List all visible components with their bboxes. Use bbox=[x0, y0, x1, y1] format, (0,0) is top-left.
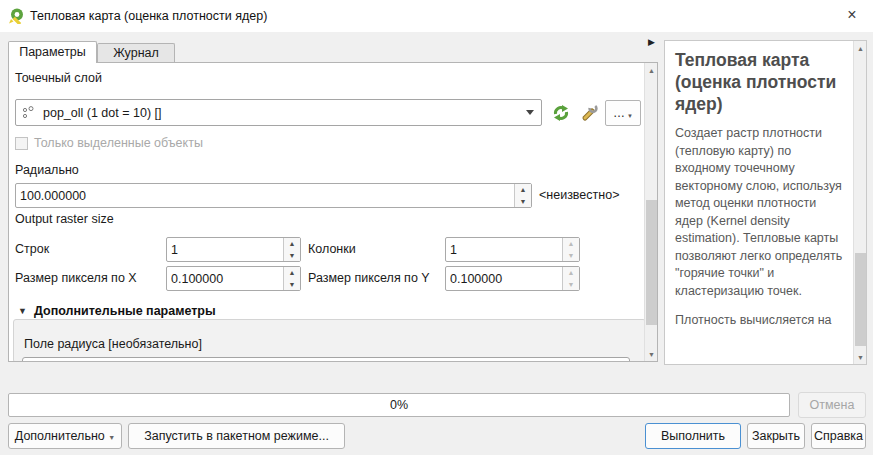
radius-field-select[interactable] bbox=[22, 357, 630, 362]
advanced-menu-button[interactable]: Дополнительно ▼ bbox=[8, 423, 122, 449]
dropdown-arrow-icon bbox=[526, 110, 534, 115]
more-options-button[interactable]: … ▼ bbox=[605, 100, 641, 126]
advanced-parameters-header[interactable]: Дополнительные параметры bbox=[34, 304, 216, 318]
help-scrollbar: ▲ ▼ bbox=[853, 41, 866, 364]
radius-field-label: Поле радиуса [необязательно] bbox=[24, 337, 202, 351]
iterate-layer-button[interactable] bbox=[549, 101, 573, 125]
parameters-scrollbar: ▲ ▼ bbox=[644, 63, 657, 361]
close-window-button[interactable]: × bbox=[839, 0, 865, 30]
layer-settings-button[interactable] bbox=[577, 101, 601, 125]
window-title: Тепловая карта (оценка плотности ядер) bbox=[30, 0, 267, 32]
scroll-up-icon[interactable]: ▲ bbox=[645, 63, 658, 77]
columns-label: Колонки bbox=[308, 242, 356, 256]
advanced-menu-label: Дополнительно bbox=[15, 429, 105, 443]
point-layer-icon bbox=[21, 106, 37, 120]
tab-log[interactable]: Журнал bbox=[97, 43, 175, 62]
wrench-icon bbox=[579, 103, 599, 123]
spin-up-icon[interactable]: ▲ bbox=[284, 267, 300, 279]
progress-bar: 0% bbox=[8, 393, 790, 417]
columns-spinbox: ▲ ▼ bbox=[445, 237, 580, 262]
spin-down-icon[interactable]: ▼ bbox=[284, 279, 300, 291]
scroll-up-icon[interactable]: ▲ bbox=[854, 41, 867, 55]
scrollbar-thumb[interactable] bbox=[855, 253, 866, 346]
spin-up-icon[interactable]: ▲ bbox=[563, 238, 579, 250]
selected-only-label: Только выделенные объекты bbox=[34, 136, 203, 150]
run-button[interactable]: Выполнить bbox=[645, 423, 741, 449]
rows-input[interactable] bbox=[167, 238, 283, 261]
progress-label: 0% bbox=[390, 398, 408, 412]
run-batch-button[interactable]: Запустить в пакетном режиме... bbox=[128, 423, 345, 449]
spin-up-icon[interactable]: ▲ bbox=[284, 238, 300, 250]
qgis-logo-icon bbox=[8, 8, 24, 24]
collapse-triangle-icon[interactable]: ▼ bbox=[18, 306, 27, 316]
spin-down-icon[interactable]: ▼ bbox=[284, 250, 300, 262]
title-bar: Тепловая карта (оценка плотности ядер) × bbox=[0, 0, 873, 32]
scroll-down-icon[interactable]: ▼ bbox=[645, 347, 658, 361]
cancel-button[interactable]: Отмена bbox=[798, 392, 866, 418]
chevron-down-icon: ▼ bbox=[627, 113, 633, 119]
help-content: Тепловая карта (оценка плотности ядер) С… bbox=[675, 49, 847, 342]
output-raster-size-label: Output raster size bbox=[15, 212, 114, 226]
help-title: Тепловая карта (оценка плотности ядер) bbox=[675, 49, 847, 115]
help-panel: Тепловая карта (оценка плотности ядер) С… bbox=[664, 40, 867, 365]
radius-spinbox: ▲ ▼ bbox=[15, 183, 532, 208]
spin-down-icon[interactable]: ▼ bbox=[515, 196, 531, 208]
close-button[interactable]: Закрыть bbox=[747, 423, 805, 449]
point-layer-value: pop_oll (1 dot = 10) [] bbox=[37, 106, 526, 120]
pixel-y-input[interactable] bbox=[446, 267, 562, 290]
pixel-y-spinbox: ▲ ▼ bbox=[445, 266, 580, 291]
radius-units-label: <неизвестно> bbox=[539, 188, 619, 202]
spin-down-icon[interactable]: ▼ bbox=[563, 279, 579, 291]
scrollbar-thumb[interactable] bbox=[646, 200, 657, 325]
spin-down-icon[interactable]: ▼ bbox=[563, 250, 579, 262]
rows-spinbox: ▲ ▼ bbox=[166, 237, 301, 262]
pixel-x-label: Размер пикселя по X bbox=[15, 271, 137, 285]
spin-up-icon[interactable]: ▲ bbox=[563, 267, 579, 279]
pixel-x-spinbox: ▲ ▼ bbox=[166, 266, 301, 291]
point-layer-label: Точечный слой bbox=[15, 71, 102, 85]
radius-label: Радиально bbox=[15, 163, 79, 177]
help-panel-collapse-arrow[interactable]: ▶ bbox=[648, 37, 655, 47]
spin-up-icon[interactable]: ▲ bbox=[515, 184, 531, 196]
pixel-x-input[interactable] bbox=[167, 267, 283, 290]
radius-input[interactable] bbox=[16, 184, 514, 207]
advanced-parameters-panel: Поле радиуса [необязательно] bbox=[13, 319, 646, 362]
parameters-panel: Точечный слой pop_oll (1 dot = 10) [] … … bbox=[8, 62, 658, 362]
point-layer-select[interactable]: pop_oll (1 dot = 10) [] bbox=[15, 99, 542, 126]
chevron-down-icon: ▼ bbox=[108, 434, 115, 441]
help-button[interactable]: Справка bbox=[811, 423, 866, 449]
columns-input[interactable] bbox=[446, 238, 562, 261]
scroll-down-icon[interactable]: ▼ bbox=[854, 350, 867, 364]
pixel-y-label: Размер пикселя по Y bbox=[308, 271, 430, 285]
refresh-icon bbox=[551, 103, 571, 123]
tab-parameters[interactable]: Параметры bbox=[8, 41, 97, 63]
help-paragraph: Создает растр плотности (тепловую карту)… bbox=[675, 125, 847, 300]
rows-label: Строк bbox=[15, 242, 49, 256]
selected-only-checkbox[interactable] bbox=[15, 137, 28, 150]
ellipsis-icon: … bbox=[613, 106, 625, 120]
help-paragraph: Плотность вычисляется на bbox=[675, 312, 847, 330]
